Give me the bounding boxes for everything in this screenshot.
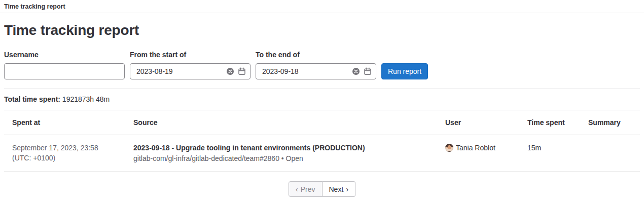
to-date-label: To the end of — [256, 51, 376, 59]
table-header-row: Spent at Source User Time spent Summary — [4, 110, 640, 135]
cell-spent-at: September 17, 2023, 23:58 (UTC: +0100) — [4, 135, 125, 172]
header-source: Source — [125, 110, 437, 135]
page-title: Time tracking report — [4, 22, 640, 39]
source-issue-link[interactable]: 2023-09-18 - Upgrade tooling in tenant e… — [133, 143, 429, 153]
report-filter-form: Username From the start of — [4, 51, 640, 89]
pagination: ‹ Prev Next › — [4, 181, 640, 197]
from-date-clear-icon[interactable] — [226, 67, 234, 75]
table-row: September 17, 2023, 23:58 (UTC: +0100) 2… — [4, 135, 640, 172]
breadcrumb-item-time-tracking-report[interactable]: Time tracking report — [4, 3, 65, 10]
run-report-button[interactable]: Run report — [381, 63, 428, 79]
username-field-group: Username — [4, 51, 125, 79]
spent-at-date: September 17, 2023, 23:58 — [12, 143, 117, 153]
username-label: Username — [4, 51, 125, 59]
from-date-calendar-icon[interactable] — [238, 67, 246, 75]
from-date-label: From the start of — [130, 51, 251, 59]
cell-time-spent: 15m — [519, 135, 580, 172]
breadcrumb: Time tracking report — [0, 0, 644, 13]
next-page-label: Next — [329, 185, 344, 193]
cell-user: Tania Roblot — [437, 135, 519, 172]
prev-page-label: Prev — [301, 185, 315, 193]
cell-summary — [580, 135, 640, 172]
total-time-spent: Total time spent: 1921873h 48m — [4, 89, 640, 110]
cell-source: 2023-09-18 - Upgrade tooling in tenant e… — [125, 135, 437, 172]
prev-page-button[interactable]: ‹ Prev — [289, 181, 323, 197]
source-reference: gitlab-com/gl-infra/gitlab-dedicated/tea… — [133, 153, 429, 163]
to-date-calendar-icon[interactable] — [364, 67, 372, 75]
to-date-field-group: To the end of — [256, 51, 376, 79]
chevron-right-icon: › — [346, 185, 348, 193]
user-avatar[interactable] — [445, 144, 453, 152]
header-spent-at: Spent at — [4, 110, 125, 135]
main-content: Time tracking report Username From the s… — [0, 22, 644, 197]
total-time-spent-label: Total time spent: — [4, 95, 60, 103]
username-input[interactable] — [4, 63, 125, 79]
header-time-spent: Time spent — [519, 110, 580, 135]
spent-at-timezone: (UTC: +0100) — [12, 153, 117, 163]
to-date-clear-icon[interactable] — [352, 67, 360, 75]
total-time-spent-value: 1921873h 48m — [62, 95, 110, 103]
header-user: User — [437, 110, 519, 135]
time-tracking-table: Spent at Source User Time spent Summary … — [4, 110, 640, 172]
next-page-button[interactable]: Next › — [323, 181, 356, 197]
user-name-link[interactable]: Tania Roblot — [456, 143, 495, 153]
chevron-left-icon: ‹ — [296, 185, 298, 193]
from-date-field-group: From the start of — [130, 51, 251, 79]
header-summary: Summary — [580, 110, 640, 135]
